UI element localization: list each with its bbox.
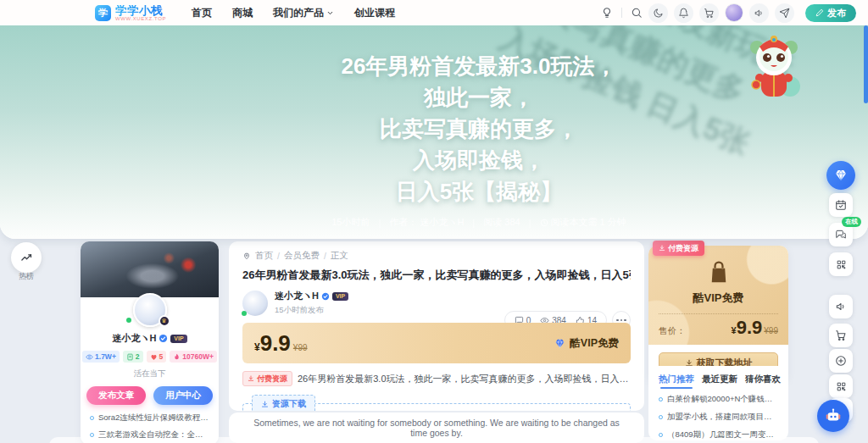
diamond-icon [554,338,565,349]
likes-stat: 5 [147,351,167,363]
resource-price-panel: 酷VIP免费 售价： ¥ 9.9 ¥99 [648,246,788,345]
qr-code-button[interactable] [829,252,853,276]
hero-read-time: 阅读本文需 1 分钟 [540,216,626,229]
calendar-check-icon [835,199,847,211]
nav-item-shop[interactable]: 商城 [232,6,253,20]
posts-stat: 2 [123,351,143,363]
robot-icon [824,407,843,425]
cart-button[interactable] [829,324,853,347]
recommend-tabs: 热门推荐 最近更新 猜你喜欢 [659,374,778,385]
hero-title: 26年男粉首发最新3.0玩法， 独此一家， 比卖写真赚的更多， 入场即捡钱， 日… [90,51,868,208]
plus-circle-icon [835,355,847,367]
paid-resource-card: 付费资源 酷VIP免费 售价： ¥ 9.9 ¥99 获取下载地址 [648,246,788,383]
price-value: 9.9 [260,332,291,354]
quote-text: Sometimes, we are not waiting for somebo… [246,418,627,438]
avatar-crown-badge: ♛ [159,315,170,327]
megaphone-icon [835,301,847,313]
list-item[interactable]: 白菜价解锁20000+N个赚钱机会，加… [659,394,778,405]
profile-card: ♛ 迷小龙ヽH VIP 1.7W+ 2 5 10760W+ 活在当下 发布文章 … [81,241,219,443]
paid-resource-badge: 付费资源 [653,241,704,256]
original-price: ¥99 [293,343,308,352]
publish-time: 15小时前发布 [275,305,348,316]
bullet-icon [90,416,94,420]
shopping-bag-icon [705,259,732,286]
tab-guess-you-like[interactable]: 猜你喜欢 [745,374,781,385]
bullet-icon [659,397,663,401]
paid-resource-row: 付费资源 26年男粉首发最新3.0玩法，独此一家，比卖写真赚的更多，入场即捡钱，… [242,371,631,386]
profile-name[interactable]: 迷小龙ヽH [112,332,156,345]
hero-banner: 26年男粉首发新玩法 比卖写真赚的更多 入场即捡钱 日入5张 [0,25,868,239]
list-item[interactable]: 三款老游戏全自动挖金：全自动无需人工… [90,429,209,440]
bulb-icon[interactable] [601,7,613,19]
list-item[interactable]: Sora2连续性短片保姆级教程，0基础也… [90,413,209,424]
notifications-bell-icon[interactable] [674,3,693,23]
recommend-list: 白菜价解锁20000+N个赚钱机会，加… 加盟学小栈，搭建同款项目资源站，实… … [659,394,778,440]
check-in-button[interactable] [829,193,853,217]
verified-check-icon [159,334,168,343]
price-banner: ¥ 9.9 ¥99 酷VIP免费 [242,323,631,363]
paid-resource-tag: 付费资源 [242,371,292,386]
author-row: 迷小龙ヽH VIP 15小时前发布 0 384 14 [242,290,631,316]
download-tab[interactable]: 资源下载 [252,395,315,411]
scrollbar-thumb[interactable] [864,25,868,103]
nav-item-courses[interactable]: 创业课程 [354,6,395,20]
currency-symbol: ¥ [254,341,260,353]
verified-check-icon [321,292,330,301]
profile-cover-image [81,241,219,297]
profile-tagline: 活在当下 [81,368,219,379]
vip-free-label: 酷VIP免费 [554,336,619,351]
user-avatar[interactable] [725,3,743,22]
author-avatar[interactable] [242,291,268,316]
cart-icon[interactable] [699,3,719,23]
list-item[interactable]: 加盟学小栈，搭建同款项目资源站，实… [659,412,778,423]
vip-badge: VIP [332,292,348,301]
customer-service-button[interactable]: 在线 [829,223,853,246]
trending-up-icon [20,252,33,264]
nav-item-home[interactable]: 首页 [192,6,212,20]
dark-mode-icon[interactable] [648,3,668,23]
user-center-button[interactable]: 用户中心 [153,386,213,405]
list-item[interactable]: （8409期）几篇图文一周变现1500+… [659,429,778,440]
navbar: 学 学学小栈 WWW.XUEXZ.TOP 首页 商城 我们的产品 创业课程 [0,0,868,25]
download-icon [261,401,269,408]
tab-recent-update[interactable]: 最近更新 [702,374,737,385]
megaphone-icon[interactable] [749,3,769,23]
qr-code-button-2[interactable] [829,374,853,398]
vip-free-label: 酷VIP免费 [659,291,778,306]
chat-bubbles-icon [835,229,847,241]
search-icon[interactable] [631,7,643,19]
add-button[interactable] [829,349,853,373]
hero-time: 15小时前 [331,216,370,229]
price-label: 售价： [659,325,686,337]
vip-diamond-button[interactable] [826,161,855,190]
breadcrumb-current: 正文 [331,250,348,262]
announcement-button[interactable] [829,295,853,318]
nav-item-products[interactable]: 我们的产品 [273,6,334,20]
download-icon [248,375,254,382]
site-logo[interactable]: 学 学学小栈 WWW.XUEXZ.TOP [95,5,166,21]
bullet-icon [659,415,663,419]
bullet-icon [659,433,663,437]
publish-article-button[interactable]: 发布文章 [86,386,146,405]
online-status-dot [242,311,247,316]
logo-icon: 学 [95,5,111,21]
hero-author[interactable]: 作者： 迷小龙ヽH [389,216,464,229]
tab-hot-recommend[interactable]: 热门推荐 [659,374,694,385]
telegram-icon[interactable] [775,3,794,23]
original-price: ¥99 [764,326,778,335]
heart-icon [150,353,158,361]
online-status-dot [126,318,131,323]
download-section: 资源下载 暂无可下载资源 [242,403,631,411]
brand-name: 学学小栈 [115,5,166,16]
article-title: 26年男粉首发最新3.0玩法，独此一家，比卖写真赚的更多，入场即捡钱，日入5张【… [242,268,631,283]
breadcrumb-category[interactable]: 会员免费 [284,250,320,262]
views-stat: 1.7W+ [82,351,120,363]
quote-card: Sometimes, we are not waiting for somebo… [229,413,644,443]
ai-assistant-button[interactable] [817,400,849,432]
breadcrumb-home[interactable]: 首页 [255,250,273,262]
recommend-card: 热门推荐 最近更新 猜你喜欢 白菜价解锁20000+N个赚钱机会，加… 加盟学小… [648,366,788,440]
hot-ranking-button[interactable] [11,242,42,273]
publish-button[interactable]: 发布 [805,4,856,22]
download-icon [659,245,665,252]
author-name[interactable]: 迷小龙ヽH [275,290,319,302]
